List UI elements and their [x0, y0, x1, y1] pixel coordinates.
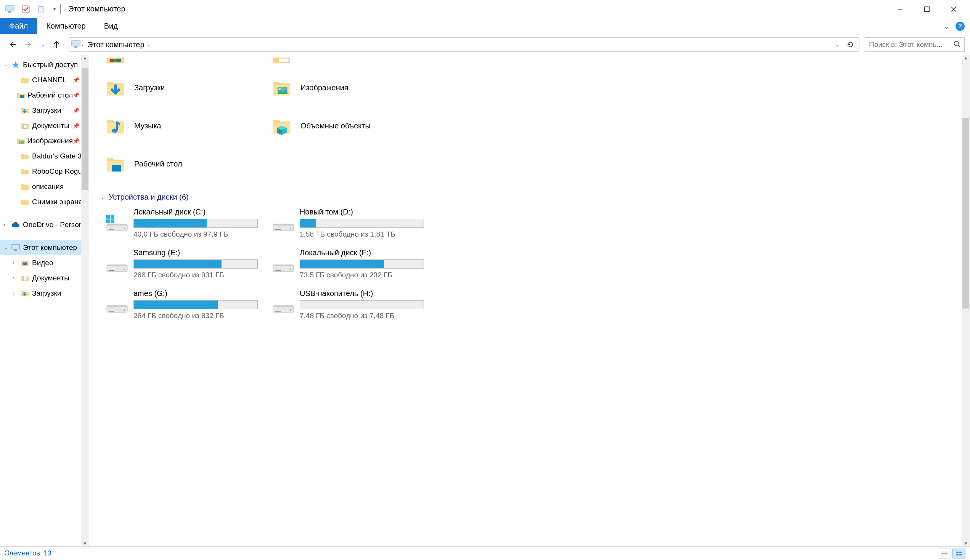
tab-file[interactable]: Файл [0, 18, 37, 34]
forward-button[interactable] [22, 38, 36, 52]
group-header-drives[interactable]: ⌄ Устройства и диски (6) [101, 189, 962, 208]
folder-item-partial[interactable] [101, 55, 264, 66]
svg-rect-29 [279, 58, 289, 62]
sidebar-scrollbar[interactable]: ▲ ▼ [81, 55, 89, 546]
refresh-button[interactable] [844, 41, 857, 48]
folder-item[interactable]: Изображения [267, 72, 431, 103]
address-dropdown-icon[interactable]: ⌄ [831, 42, 844, 48]
folder-item[interactable]: Рабочий стол [101, 148, 264, 179]
sidebar-item-5[interactable]: Baldur's Gate 3 [0, 148, 89, 164]
drive-name: USB-накопитель (H:) [300, 289, 431, 300]
scroll-thumb[interactable] [962, 118, 969, 308]
view-details-button[interactable] [938, 548, 951, 558]
breadcrumb-root[interactable]: Этот компьютер [85, 40, 147, 49]
expander-icon[interactable]: ⌄ [4, 245, 11, 250]
folder-item[interactable]: Загрузки [101, 72, 264, 103]
svg-rect-39 [107, 224, 127, 225]
drive-item[interactable]: ames (G:)264 ГБ свободно из 832 ГБ [101, 289, 264, 320]
properties-icon[interactable] [21, 5, 30, 13]
sidebar-pc-child-0[interactable]: ›Видео [0, 255, 89, 270]
recent-locations-button[interactable]: ⌄ [39, 38, 47, 52]
minimize-button[interactable] [887, 2, 913, 17]
tree-item-label: описания [32, 182, 64, 191]
sidebar-this-pc[interactable]: ⌄Этот компьютер [0, 240, 89, 255]
sidebar-item-4[interactable]: Изображения📌 [0, 133, 89, 148]
up-button[interactable] [50, 38, 63, 52]
scroll-down-icon[interactable]: ▼ [964, 540, 968, 546]
drive-item[interactable]: Локальный диск (F:)73,5 ГБ свободно из 2… [267, 248, 431, 279]
svg-rect-51 [273, 265, 294, 266]
window-controls [887, 2, 967, 17]
svg-rect-18 [19, 140, 23, 143]
tab-computer[interactable]: Компьютер [37, 18, 95, 34]
close-button[interactable] [940, 2, 967, 17]
sidebar-quick-access[interactable]: ⌄Быстрый доступ [0, 57, 89, 72]
folder-item[interactable]: Объемные объекты [267, 110, 431, 141]
svg-rect-37 [110, 220, 114, 223]
search-input[interactable]: Поиск в: Этот компь... [865, 37, 965, 52]
tree-item-label: Быстрый доступ [23, 60, 78, 69]
expander-icon[interactable]: ⌄ [4, 62, 11, 67]
folder-item[interactable]: Музыка [101, 110, 264, 141]
tree-item-label: Этот компьютер [23, 243, 77, 252]
downloads-folder-icon [101, 75, 130, 100]
main-area: ⌄Быстрый доступCHANNEL📌Рабочий стол📌Загр… [0, 55, 970, 546]
back-button[interactable] [5, 38, 19, 52]
breadcrumb-sep-icon[interactable]: › [147, 42, 151, 47]
navigation-pane: ⌄Быстрый доступCHANNEL📌Рабочий стол📌Загр… [0, 55, 89, 546]
sidebar-item-3[interactable]: Документы📌 [0, 118, 89, 133]
sidebar-pc-child-1[interactable]: ›Документы [0, 270, 89, 286]
tree-item-icon [20, 107, 30, 114]
svg-point-14 [954, 41, 958, 45]
content-scrollbar[interactable]: ▲ ▼ [962, 55, 970, 546]
sidebar-item-1[interactable]: Рабочий стол📌 [0, 88, 89, 103]
maximize-button[interactable] [913, 2, 940, 17]
sidebar-onedrive[interactable]: ›OneDrive - Person [0, 217, 89, 232]
view-large-icons-button[interactable] [952, 548, 965, 558]
svg-rect-67 [956, 554, 958, 555]
tree-item-label: Документы [32, 274, 69, 282]
sidebar-pc-child-2[interactable]: ›Загрузки [0, 286, 89, 301]
help-icon[interactable]: ? [955, 22, 965, 31]
svg-rect-17 [23, 125, 27, 128]
tree-item-icon [20, 183, 30, 190]
sidebar-item-7[interactable]: описания [0, 179, 89, 194]
scroll-up-icon[interactable]: ▲ [964, 55, 968, 61]
svg-rect-35 [110, 215, 114, 219]
expander-icon[interactable]: › [13, 275, 20, 281]
scroll-up-icon[interactable]: ▲ [83, 55, 87, 61]
sidebar-item-0[interactable]: CHANNEL📌 [0, 72, 89, 88]
folder-item-partial[interactable] [267, 55, 431, 66]
tree-item-label: Документы [32, 122, 69, 130]
qat-dropdown-icon[interactable]: ▾ [54, 7, 56, 12]
pin-icon: 📌 [73, 92, 79, 98]
tree-item-icon [20, 260, 30, 266]
ribbon-expand-icon[interactable]: ⌄ [944, 22, 950, 30]
scroll-thumb[interactable] [82, 68, 89, 190]
folder-label: Изображения [297, 83, 348, 92]
new-folder-icon[interactable] [37, 5, 47, 13]
address-bar[interactable]: › Этот компьютер › ⌄ [69, 37, 860, 52]
drive-item[interactable]: Локальный диск (C:)40,0 ГБ свободно из 9… [101, 208, 264, 238]
scroll-down-icon[interactable]: ▼ [83, 540, 87, 546]
tree-item-icon [11, 244, 20, 251]
sidebar-item-8[interactable]: Снимки экрана [0, 194, 89, 210]
breadcrumb-sep-icon[interactable]: › [80, 42, 85, 47]
svg-rect-4 [38, 6, 44, 7]
sidebar-item-6[interactable]: RoboCop Rogue [0, 164, 89, 179]
expander-icon[interactable]: › [13, 260, 20, 265]
expander-icon[interactable]: › [13, 291, 20, 296]
sidebar-item-2[interactable]: Загрузки📌 [0, 103, 89, 118]
svg-rect-26 [110, 59, 114, 62]
drive-usage-bar [300, 219, 424, 228]
svg-rect-33 [112, 165, 121, 172]
drive-item[interactable]: Новый том (D:)1,58 ТБ свободно из 1,81 Т… [267, 208, 431, 238]
drive-name: Локальный диск (C:) [134, 208, 264, 219]
drive-name: Локальный диск (F:) [300, 248, 431, 260]
expander-icon[interactable]: › [4, 222, 11, 227]
drive-item[interactable]: Samsung (E:)268 ГБ свободно из 931 ГБ [101, 248, 264, 279]
tab-view[interactable]: Вид [95, 18, 127, 34]
videos-icon [101, 57, 130, 64]
drive-name: Новый том (D:) [300, 208, 431, 219]
drive-item[interactable]: USB-накопитель (H:)7,48 ГБ свободно из 7… [267, 289, 431, 320]
